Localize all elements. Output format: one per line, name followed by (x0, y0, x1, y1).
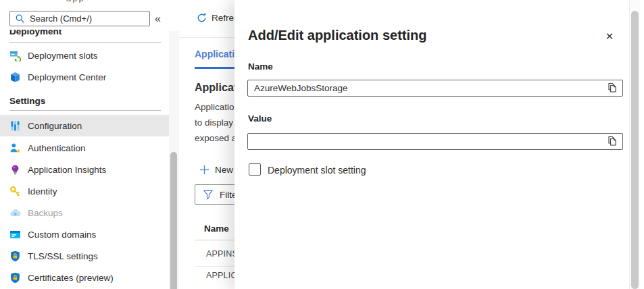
section-header-deployment: Deployment (9, 30, 118, 38)
sidebar-item-label: Custom domains (28, 230, 96, 240)
authentication-icon (9, 142, 21, 154)
add-edit-setting-flyout: Add/Edit application setting ✕ Name Valu… (234, 0, 644, 289)
copy-icon (607, 136, 618, 147)
search-placeholder: Search (Cmd+/) (30, 14, 92, 24)
sidebar-item-authentication[interactable]: Authentication (0, 140, 169, 156)
refresh-icon (197, 13, 207, 23)
backups-icon (9, 207, 21, 219)
deployment-slot-checkbox[interactable] (249, 163, 261, 176)
sidebar-item-custom-domains[interactable]: Custom domains (0, 226, 169, 242)
deployment-slots-icon (9, 50, 21, 61)
plus-icon (199, 165, 209, 175)
table-column-name: Name (204, 224, 229, 234)
value-field-label: Value (248, 113, 272, 124)
sidebar-search-input[interactable]: Search (Cmd+/) (9, 11, 150, 26)
collapse-sidebar-icon[interactable]: « (155, 13, 161, 25)
name-input[interactable] (247, 80, 623, 97)
sidebar-item-label: Application Insights (28, 165, 106, 175)
sidebar-item-identity[interactable]: Identity (0, 183, 169, 199)
sidebar-item-label: Backups (28, 208, 63, 218)
sidebar-item-tls-ssl-settings[interactable]: TLS/SSL settings (0, 248, 169, 264)
section-header-settings: Settings (9, 96, 45, 106)
sidebar-item-label: Authentication (28, 143, 86, 153)
sidebar-item-deployment-slots[interactable]: Deployment slots (0, 47, 169, 63)
search-icon (16, 14, 24, 23)
sidebar-item-label: Configuration (28, 121, 82, 131)
azure-portal-window: app Search (Cmd+/) « Deployment Deployme… (0, 0, 644, 289)
sidebar-scrollbar-thumb[interactable] (170, 152, 177, 289)
copy-name-button[interactable] (605, 81, 619, 95)
custom-domains-icon (9, 229, 21, 240)
certificates-icon (9, 272, 21, 284)
sidebar-item-certificates[interactable]: Certificates (preview) (0, 269, 169, 286)
sidebar-item-deployment-center[interactable]: Deployment Center (0, 69, 169, 85)
sidebar-item-label: Deployment Center (28, 72, 106, 82)
divider (9, 42, 161, 43)
sidebar-item-backups[interactable]: Backups (0, 205, 169, 221)
sidebar-item-label: TLS/SSL settings (28, 251, 98, 261)
value-input[interactable] (247, 133, 623, 150)
sidebar-item-application-insights[interactable]: Application Insights (0, 161, 169, 178)
cropped-header-text: app (66, 0, 147, 3)
filter-icon (203, 190, 214, 200)
identity-icon (9, 186, 21, 197)
resource-menu-sidebar: app Search (Cmd+/) « Deployment Deployme… (0, 0, 169, 289)
copy-value-button[interactable] (605, 134, 619, 148)
deployment-slot-label[interactable]: Deployment slot setting (268, 165, 366, 176)
flyout-scrollbar-thumb[interactable] (631, 11, 639, 289)
deployment-center-icon (9, 72, 21, 83)
sidebar-item-label: Certificates (preview) (28, 273, 114, 283)
sidebar-item-label: Identity (28, 186, 57, 196)
application-insights-icon (9, 164, 21, 176)
tls-ssl-icon (9, 251, 21, 262)
close-icon[interactable]: ✕ (601, 28, 618, 45)
name-field-label: Name (248, 61, 273, 72)
flyout-title: Add/Edit application setting (248, 28, 426, 43)
sidebar-item-label: Deployment slots (28, 51, 98, 61)
divider (9, 110, 161, 111)
sidebar-item-configuration[interactable]: Configuration (0, 115, 169, 136)
copy-icon (607, 82, 618, 94)
configuration-icon (9, 120, 21, 132)
